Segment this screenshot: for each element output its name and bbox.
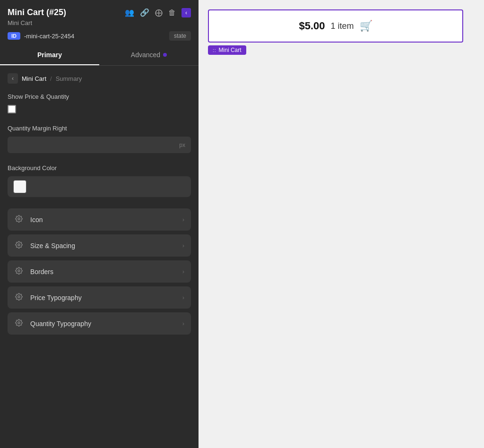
- section-item-icon[interactable]: Icon ›: [8, 208, 191, 231]
- gear-icon-0: [14, 215, 24, 224]
- tabs-row: Primary Advanced: [0, 45, 199, 66]
- gear-icon-1: [14, 241, 24, 250]
- show-price-quantity-section: Show Price & Quantity: [8, 93, 191, 113]
- panel-subtitle: Mini Cart: [8, 19, 191, 26]
- quantity-margin-right-section: Quantity Margin Right px: [8, 125, 191, 153]
- collapse-arrow[interactable]: ‹: [182, 8, 191, 17]
- id-row: ID -mini-cart-25-2454 state: [8, 31, 191, 41]
- section-item-price-typography-label: Price Typography: [30, 294, 182, 302]
- svg-point-1: [18, 244, 20, 246]
- preview-items-text: 1 item: [331, 21, 354, 31]
- section-item-borders[interactable]: Borders ›: [8, 260, 191, 283]
- right-panel: $5.00 1 item 🛒 :: Mini Cart: [199, 0, 484, 448]
- svg-point-4: [18, 322, 20, 324]
- chevron-right-icon-0: ›: [182, 216, 184, 223]
- section-item-borders-label: Borders: [30, 268, 182, 276]
- chevron-right-icon-1: ›: [182, 242, 184, 249]
- dot-indicator: [163, 53, 167, 57]
- section-item-size-spacing[interactable]: Size & Spacing ›: [8, 234, 191, 257]
- color-row[interactable]: [8, 176, 191, 197]
- tab-primary[interactable]: Primary: [0, 45, 99, 65]
- chevron-right-icon-2: ›: [182, 268, 184, 275]
- preview-price: $5.00: [299, 20, 325, 32]
- panel-header: Mini Cart (#25) 👥 🔗 ⨁ 🗑 ‹ Mini Cart ID -…: [0, 0, 199, 45]
- tab-advanced[interactable]: Advanced: [99, 45, 199, 65]
- breadcrumb-current: Summary: [56, 75, 82, 82]
- trash-icon[interactable]: 🗑: [168, 9, 176, 17]
- breadcrumb: ‹ Mini Cart / Summary: [8, 73, 191, 84]
- section-item-quantity-typography-label: Quantity Typography: [30, 320, 182, 327]
- svg-point-3: [18, 296, 20, 298]
- show-price-quantity-label: Show Price & Quantity: [8, 93, 191, 100]
- link-icon[interactable]: 🔗: [140, 8, 149, 17]
- person-link-icon[interactable]: 👥: [125, 8, 134, 17]
- quantity-margin-right-input[interactable]: [8, 137, 191, 153]
- section-item-price-typography[interactable]: Price Typography ›: [8, 286, 191, 309]
- breadcrumb-back-button[interactable]: ‹: [8, 73, 18, 84]
- section-item-icon-label: Icon: [30, 216, 182, 224]
- breadcrumb-parent[interactable]: Mini Cart: [22, 75, 46, 82]
- id-badge: ID: [8, 32, 20, 40]
- quantity-margin-right-label: Quantity Margin Right: [8, 125, 191, 132]
- header-icons: 👥 🔗 ⨁ 🗑 ‹: [125, 8, 191, 17]
- id-value: -mini-cart-25-2454: [24, 33, 165, 40]
- widget-label: :: Mini Cart: [208, 45, 246, 55]
- left-panel: Mini Cart (#25) 👥 🔗 ⨁ 🗑 ‹ Mini Cart ID -…: [0, 0, 199, 448]
- chevron-right-icon-4: ›: [182, 320, 184, 327]
- svg-point-0: [18, 218, 20, 220]
- gear-icon-3: [14, 293, 24, 302]
- breadcrumb-separator: /: [50, 75, 52, 82]
- gear-icon-4: [14, 319, 24, 328]
- add-icon[interactable]: ⨁: [155, 8, 163, 17]
- svg-point-2: [18, 270, 20, 272]
- state-badge[interactable]: state: [169, 31, 191, 41]
- preview-content: $5.00 1 item 🛒: [299, 20, 372, 32]
- widget-label-text: Mini Cart: [219, 47, 242, 53]
- color-swatch[interactable]: [13, 180, 26, 193]
- section-item-size-spacing-label: Size & Spacing: [30, 242, 182, 250]
- background-color-label: Background Color: [8, 164, 191, 172]
- section-item-quantity-typography[interactable]: Quantity Typography ›: [8, 312, 191, 335]
- widget-label-dots: ::: [213, 48, 216, 53]
- chevron-right-icon-3: ›: [182, 294, 184, 301]
- show-price-quantity-checkbox[interactable]: [8, 105, 16, 113]
- section-items: Icon › Size & Spacing ›: [8, 208, 191, 335]
- background-color-section: Background Color: [8, 164, 191, 197]
- panel-body: ‹ Mini Cart / Summary Show Price & Quant…: [0, 66, 199, 448]
- panel-title: Mini Cart (#25): [8, 8, 66, 17]
- gear-icon-2: [14, 267, 24, 276]
- cart-icon: 🛒: [360, 20, 372, 32]
- preview-widget: $5.00 1 item 🛒 :: Mini Cart: [208, 9, 463, 43]
